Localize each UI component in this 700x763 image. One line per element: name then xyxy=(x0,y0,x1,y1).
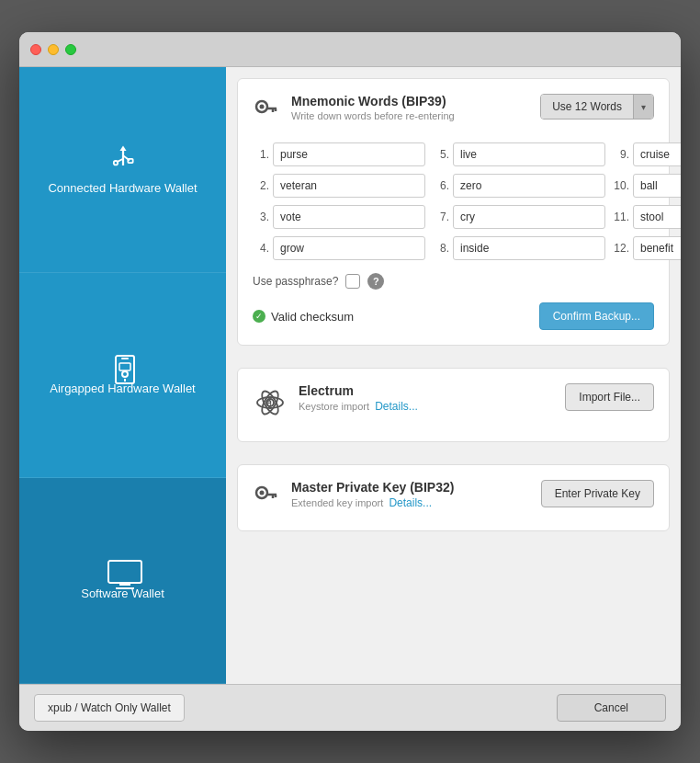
word-input-9[interactable] xyxy=(633,142,681,166)
key-icon xyxy=(253,94,280,130)
svg-point-8 xyxy=(122,371,128,377)
traffic-lights xyxy=(30,44,76,55)
checksum-label: Valid checksum xyxy=(271,310,354,324)
main-window: Connected Hardware Wallet Airgapped Hard… xyxy=(19,32,681,731)
usb-icon xyxy=(108,142,138,172)
enter-private-key-button[interactable]: Enter Private Key xyxy=(541,480,654,507)
word-num-4: 4. xyxy=(253,242,269,255)
confirm-backup-button[interactable]: Confirm Backup... xyxy=(539,302,654,330)
word-row-5: 5. xyxy=(433,142,605,166)
word-num-1: 1. xyxy=(253,148,269,161)
word-num-9: 9. xyxy=(613,148,629,161)
word-num-12: 12. xyxy=(613,242,629,255)
word-row-8: 8. xyxy=(433,236,605,260)
mnemonic-title-group: Mnemonic Words (BIP39) Write down words … xyxy=(291,94,540,121)
word-row-6: 6. xyxy=(433,174,605,198)
sidebar-item-connected-hardware-label: Connected Hardware Wallet xyxy=(48,181,197,197)
svg-point-5 xyxy=(113,161,117,165)
word-num-3: 3. xyxy=(253,211,269,223)
master-key-title-group: Master Private Key (BIP32) Extended key … xyxy=(291,480,541,509)
electrum-details-link[interactable]: Details... xyxy=(375,400,418,413)
sidebar: Connected Hardware Wallet Airgapped Hard… xyxy=(19,67,226,684)
spacer xyxy=(226,542,681,684)
word-num-6: 6. xyxy=(433,179,449,192)
words-col-2: 5. 6. 7. 8. xyxy=(433,142,605,260)
word-num-10: 10. xyxy=(613,179,629,192)
electrum-action: Import File... xyxy=(565,383,654,411)
word-input-10[interactable] xyxy=(633,174,681,198)
word-input-5[interactable] xyxy=(453,142,605,166)
word-num-8: 8. xyxy=(433,242,449,255)
xpub-button[interactable]: xpub / Watch Only Wallet xyxy=(34,694,185,722)
word-input-6[interactable] xyxy=(453,174,605,198)
electrum-subtitle-text: Keystore import xyxy=(299,401,369,412)
words-col-3: 9. 10. 11. 12. xyxy=(613,142,681,260)
bottom-bar: xpub / Watch Only Wallet Cancel xyxy=(19,684,681,731)
sidebar-item-software-label: Software Wallet xyxy=(81,586,164,602)
mnemonic-section: Mnemonic Words (BIP39) Write down words … xyxy=(237,78,670,346)
status-row: ✓ Valid checksum Confirm Backup... xyxy=(253,302,654,330)
word-input-3[interactable] xyxy=(273,205,425,229)
sidebar-item-software-wallet[interactable]: Software Wallet xyxy=(19,478,226,684)
electrum-icon: ₿ xyxy=(253,383,288,427)
word-row-12: 12. xyxy=(613,236,681,260)
words-col-1: 1. 2. 3. 4. xyxy=(253,142,425,260)
word-num-11: 11. xyxy=(613,211,629,223)
minimize-button[interactable] xyxy=(48,44,59,55)
mnemonic-title: Mnemonic Words (BIP39) xyxy=(291,94,540,108)
svg-rect-3 xyxy=(128,159,132,163)
svg-point-26 xyxy=(260,491,265,495)
svg-rect-7 xyxy=(121,358,129,359)
sidebar-item-connected-hardware[interactable]: Connected Hardware Wallet xyxy=(19,67,226,273)
sidebar-item-airgapped-label: Airgapped Hardware Wallet xyxy=(50,382,195,397)
word-input-4[interactable] xyxy=(273,236,425,260)
svg-point-16 xyxy=(260,105,265,109)
electrum-title-group: Electrum Keystore import Details... xyxy=(299,383,565,413)
word-num-5: 5. xyxy=(433,148,449,161)
import-file-button[interactable]: Import File... xyxy=(565,383,654,411)
word-row-10: 10. xyxy=(613,174,681,198)
word-row-11: 11. xyxy=(613,205,681,229)
master-key-title: Master Private Key (BIP32) xyxy=(291,480,541,495)
monitor-icon xyxy=(107,559,140,586)
main-panel: Mnemonic Words (BIP39) Write down words … xyxy=(226,67,681,684)
word-row-7: 7. xyxy=(433,205,605,229)
mnemonic-subtitle: Write down words before re-entering xyxy=(291,110,540,121)
words-grid: 1. 2. 3. 4. xyxy=(253,142,654,260)
word-input-7[interactable] xyxy=(453,205,605,229)
master-key-section: Master Private Key (BIP32) Extended key … xyxy=(237,464,670,531)
word-row-4: 4. xyxy=(253,236,425,260)
words-dropdown-arrow[interactable]: ▾ xyxy=(633,95,653,119)
words-btn-group: Use 12 Words ▾ xyxy=(540,94,654,120)
word-num-7: 7. xyxy=(433,211,449,223)
word-input-1[interactable] xyxy=(273,142,425,166)
svg-rect-11 xyxy=(108,561,141,583)
word-row-3: 3. xyxy=(253,205,425,229)
help-icon[interactable]: ? xyxy=(367,273,384,290)
close-button[interactable] xyxy=(30,44,41,55)
word-input-11[interactable] xyxy=(633,205,681,229)
master-key-action: Enter Private Key xyxy=(541,480,654,507)
cancel-button[interactable]: Cancel xyxy=(557,694,666,722)
electrum-title: Electrum xyxy=(299,383,565,398)
content-area: Connected Hardware Wallet Airgapped Hard… xyxy=(19,67,681,684)
master-key-details-link[interactable]: Details... xyxy=(389,496,432,509)
word-row-1: 1. xyxy=(253,142,425,166)
electrum-header: ₿ Electrum Keystore import Details... Im… xyxy=(253,383,654,427)
electrum-subtitle: Keystore import Details... xyxy=(299,400,565,413)
svg-marker-1 xyxy=(119,145,126,150)
word-input-2[interactable] xyxy=(273,174,425,198)
word-input-12[interactable] xyxy=(633,236,681,260)
word-input-8[interactable] xyxy=(453,236,605,260)
mnemonic-header: Mnemonic Words (BIP39) Write down words … xyxy=(253,94,654,130)
maximize-button[interactable] xyxy=(65,44,76,55)
master-key-header: Master Private Key (BIP32) Extended key … xyxy=(253,480,654,516)
master-key-subtitle-text: Extended key import xyxy=(291,497,383,508)
word-num-2: 2. xyxy=(253,179,269,192)
master-key-icon xyxy=(253,480,280,516)
word-row-9: 9. xyxy=(613,142,681,166)
passphrase-checkbox[interactable] xyxy=(345,274,360,289)
passphrase-row: Use passphrase? ? xyxy=(253,273,654,290)
sidebar-item-airgapped-hardware[interactable]: Airgapped Hardware Wallet xyxy=(19,273,226,479)
use-12-words-button[interactable]: Use 12 Words xyxy=(541,95,633,119)
